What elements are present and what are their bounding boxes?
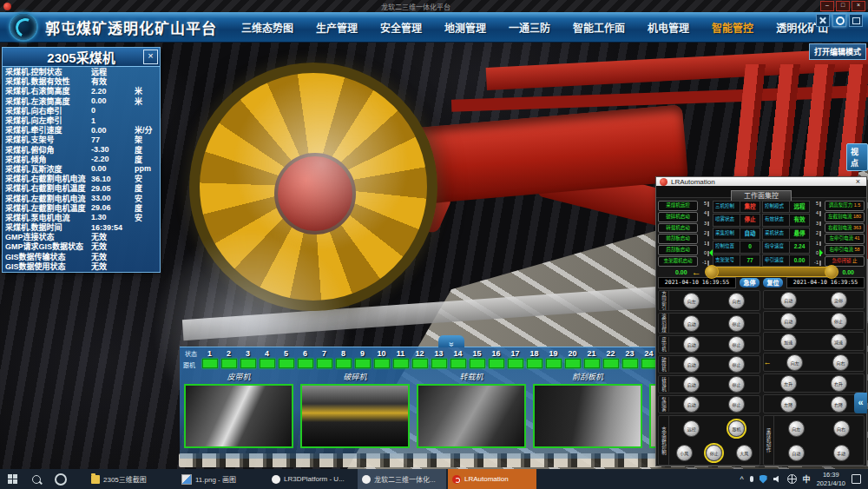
taskbar-task[interactable]: 11.png - 画图 (177, 469, 266, 489)
chevron-down-icon[interactable]: « (438, 335, 464, 347)
control-button[interactable]: 启动 (683, 356, 700, 373)
nav-menu-item[interactable]: 三维态势图 (241, 20, 293, 35)
control-button[interactable]: 向右 (832, 354, 849, 371)
defender-shield-icon[interactable] (760, 475, 767, 484)
indicator-button[interactable]: 破碎机启动 (658, 212, 698, 222)
move-right-button[interactable]: 向右 (833, 420, 850, 437)
panel-close-icon[interactable]: × (143, 50, 158, 64)
support-status-square[interactable] (336, 359, 352, 368)
control-button[interactable]: 左降 (780, 396, 797, 413)
notification-center-icon[interactable] (852, 474, 861, 484)
gear-tool-icon[interactable] (832, 14, 846, 27)
remote-button[interactable]: 远控 (683, 420, 700, 437)
support-status-square[interactable] (603, 359, 619, 368)
camera-thumbnail[interactable] (300, 384, 410, 448)
clock[interactable]: 16:39 2021/4/10 (817, 471, 845, 487)
support-status-square[interactable] (279, 359, 294, 368)
control-button[interactable]: 启动 (780, 313, 797, 329)
control-button[interactable]: 启动 (780, 292, 797, 308)
restore-tool-icon[interactable] (849, 14, 863, 27)
cortana-icon[interactable] (49, 469, 73, 489)
support-status-square[interactable] (546, 359, 562, 368)
auto-button[interactable]: 自动 (788, 445, 805, 461)
support-status-square[interactable] (450, 359, 466, 368)
taskbar-task[interactable]: 2305三维截图 (87, 469, 175, 489)
indicator-value-button[interactable]: 调高泵压力 1.5 (825, 201, 865, 211)
ime-indicator[interactable]: 中 (803, 473, 811, 485)
camera-thumbnail[interactable] (184, 384, 293, 448)
indicator-value-button[interactable]: 左截割电流 180 (825, 212, 865, 222)
open-edit-mode-button[interactable]: 打开编辑模式 (809, 43, 866, 60)
start-button[interactable] (0, 469, 24, 489)
support-status-square[interactable] (641, 359, 657, 368)
support-status-square[interactable] (470, 359, 485, 368)
support-status-square[interactable] (584, 359, 600, 368)
support-status-square[interactable] (202, 359, 218, 368)
high-fan-button[interactable]: 大风 (736, 445, 753, 461)
manual-button[interactable]: 手动 (833, 445, 850, 461)
control-button[interactable]: 加速 (780, 334, 797, 350)
support-status-square[interactable] (260, 359, 275, 368)
minimize-button[interactable]: – (820, 1, 834, 11)
control-button[interactable]: 停止 (728, 356, 745, 373)
indicator-button[interactable]: 后刮板启动 (658, 245, 698, 255)
move-left-button[interactable]: 向左 (788, 420, 805, 437)
support-status-square[interactable] (240, 359, 256, 368)
taskbar-task[interactable]: LR3DPlatform - U... (267, 469, 356, 489)
nav-menu-item[interactable]: 地测管理 (444, 20, 486, 35)
control-button[interactable]: 启动 (683, 376, 700, 393)
taskbar-task[interactable]: LRAutomation (448, 469, 536, 489)
control-button[interactable]: 左升 (780, 375, 797, 392)
support-status-square[interactable] (355, 359, 371, 368)
lrautomation-close-icon[interactable]: × (853, 177, 863, 186)
control-button[interactable]: 减速 (831, 334, 847, 350)
maximize-button[interactable]: □ (836, 1, 850, 11)
control-button[interactable]: 右降 (831, 396, 847, 413)
estop-button[interactable]: 急停 (740, 278, 760, 287)
support-status-square[interactable] (298, 359, 313, 368)
support-status-square[interactable] (374, 359, 390, 368)
stop-button[interactable]: 停止 (706, 445, 722, 461)
camera-thumbnail[interactable] (417, 384, 526, 448)
wrench-tool-icon[interactable] (816, 14, 830, 27)
microphone-icon[interactable] (750, 476, 753, 482)
control-button[interactable]: 启动 (683, 336, 700, 353)
low-fan-button[interactable]: 小风 (676, 445, 693, 461)
indicator-button[interactable]: 转载机启动 (658, 223, 698, 234)
taskbar-task[interactable]: 龙软二三维一体化... (358, 469, 446, 489)
camera-thumbnail[interactable] (533, 384, 642, 448)
control-button[interactable]: 停止 (728, 336, 745, 353)
nav-menu-item[interactable]: 生产管理 (316, 20, 358, 35)
network-icon[interactable] (787, 474, 797, 484)
control-button[interactable]: 向右 (728, 293, 745, 309)
follow-button[interactable]: 跟机 (728, 420, 745, 437)
support-status-square[interactable] (221, 359, 237, 368)
indicator-button[interactable]: 支架跟机启动 (658, 256, 698, 267)
indicator-button[interactable]: 采煤机远控 (658, 201, 698, 211)
viewpoint-tab[interactable]: 视点 (846, 143, 868, 171)
support-status-square[interactable] (489, 359, 504, 368)
search-icon[interactable] (24, 469, 49, 489)
control-button[interactable]: 停止 (728, 315, 745, 332)
control-button[interactable]: 向左 (683, 293, 700, 309)
close-button[interactable]: × (852, 1, 865, 11)
control-button[interactable]: 停止 (728, 376, 745, 393)
indicator-value-button[interactable]: 左牵引电流 41 (825, 234, 865, 244)
control-button[interactable]: 向左 (786, 354, 803, 371)
control-button[interactable]: 启动 (683, 396, 700, 413)
nav-menu-item[interactable]: 一通三防 (509, 20, 550, 35)
control-button[interactable]: 停止 (728, 396, 745, 413)
nav-menu-item[interactable]: 智能管控 (712, 20, 753, 35)
indicator-value-button[interactable]: 右牵引电流 58 (825, 245, 865, 255)
support-status-square[interactable] (393, 359, 409, 368)
nav-menu-item[interactable]: 安全管理 (380, 20, 422, 35)
tray-expand-icon[interactable]: ^ (740, 475, 743, 484)
support-status-square[interactable] (317, 359, 332, 368)
nav-menu-item[interactable]: 机电管理 (648, 20, 689, 35)
support-status-square[interactable] (527, 359, 542, 368)
control-button[interactable]: 右升 (831, 375, 847, 392)
indicator-button[interactable]: 前刮板启动 (658, 234, 698, 244)
support-status-square[interactable] (622, 359, 638, 368)
lrautomation-titlebar[interactable]: LRAutomation × (656, 177, 866, 186)
support-status-square[interactable] (431, 359, 447, 368)
